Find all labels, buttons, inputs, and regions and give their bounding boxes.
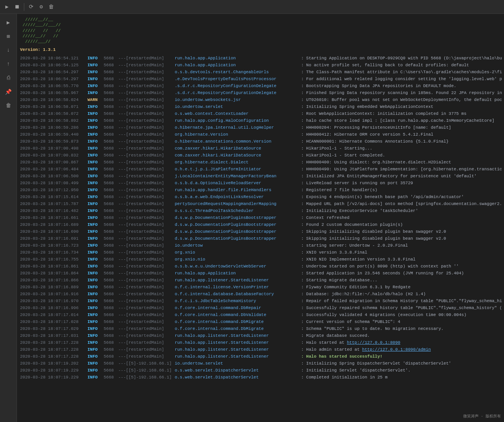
- log-level: INFO: [87, 319, 104, 326]
- log-pid: 5668: [104, 215, 118, 222]
- log-pid: 5668: [104, 173, 118, 180]
- log-sep: ---: [118, 83, 126, 90]
- log-bracket: [: [126, 104, 129, 111]
- log-pid: 5668: [104, 312, 118, 319]
- left-layout-icon[interactable]: ⊞: [3, 31, 14, 42]
- log-class: org.hibernate.Version: [175, 131, 298, 138]
- log-timestamp: 2020-03-28 18:06:55.770: [20, 83, 87, 90]
- log-line: 2020-03-28 18:07:00.867 INFO 5668 --- [ …: [20, 159, 502, 166]
- left-arrow-down-icon[interactable]: ↓: [3, 45, 14, 55]
- log-message: : HHH000412: Hibernate ORM core version …: [301, 131, 502, 138]
- log-sep: ---: [118, 270, 126, 277]
- log-timestamp: 2020-03-28 18:07:15.614: [20, 194, 87, 201]
- console-area[interactable]: /////__//__ /////___//___// ///// // // …: [17, 14, 504, 422]
- log-timestamp: 2020-03-28 18:07:16.691: [20, 235, 87, 242]
- log-timestamp: 2020-03-28 18:07:06.484: [20, 166, 87, 173]
- run-icon[interactable]: ▶: [3, 3, 11, 11]
- log-timestamp: 2020-03-28 18:07:16.889: [20, 284, 87, 291]
- log-line: 2020-03-28 18:07:16.861 INFO 5668 --- [ …: [20, 263, 502, 270]
- log-class: run.halo.app.handler.file.FileHandlers: [175, 187, 298, 194]
- log-level: INFO: [87, 111, 104, 118]
- log-line: 2020-03-28 18:07:16.690 INFO 5668 --- [ …: [20, 229, 502, 235]
- log-thread: restartedMain]: [128, 124, 175, 131]
- log-timestamp: 2020-03-28 18:07:17.028: [20, 319, 87, 326]
- log-class: run.halo.app.config.HaloConfiguration: [175, 118, 298, 124]
- log-line: 2020-03-28 18:07:16.866 INFO 5668 --- [ …: [20, 277, 502, 284]
- log-timestamp: 2020-03-28 18:06:54.121: [20, 55, 87, 62]
- log-link[interactable]: http://127.0.0.1:8090: [347, 340, 400, 345]
- log-class: io.undertow.websockets.jsr: [175, 97, 298, 104]
- version-line: Version: 1.3.1: [20, 47, 502, 52]
- log-line: 2020-03-28 18:07:15.614 INFO 5668 --- [ …: [20, 194, 502, 201]
- log-level: INFO: [87, 208, 104, 215]
- log-pid: 5668: [104, 194, 118, 201]
- log-bracket: [: [126, 263, 129, 270]
- log-class: o.s.s.c.ThreadPoolTaskScheduler: [175, 208, 298, 215]
- log-class: d.s.w.p.DocumentationPluginsBootstrapper: [175, 229, 298, 235]
- log-bracket: [: [126, 270, 129, 277]
- left-pin-icon[interactable]: 📌: [3, 86, 14, 97]
- log-level: INFO: [87, 159, 104, 166]
- log-bracket: [: [126, 118, 129, 124]
- log-level: INFO: [87, 305, 104, 312]
- log-timestamp: 2020-03-28 18:07:16.482: [20, 208, 87, 215]
- log-timestamp: 2020-03-28 18:06:54.297: [20, 69, 87, 76]
- stop-icon[interactable]: ⏹: [13, 3, 21, 11]
- log-pid: 5668: [104, 104, 118, 111]
- log-class: o.h.e.t.j.p.i.JtaPlatformInitiator: [175, 166, 298, 173]
- log-message: : Starting Application on DESKTOP-0929CQ…: [301, 55, 502, 62]
- log-class: .s.d.r.c.RepositoryConfigurationDelegate: [175, 83, 298, 90]
- log-thread: restartedMain]: [128, 326, 175, 333]
- log-bracket: [: [126, 83, 129, 90]
- log-pid: 5668: [104, 145, 118, 152]
- log-thread: restartedMain]: [128, 291, 175, 298]
- log-line: 2020-03-28 18:07:17.014 INFO 5668 --- [ …: [20, 312, 502, 319]
- log-line: 2020-03-28 18:06:55.967 INFO 5668 --- [ …: [20, 90, 502, 97]
- log-thread: restartedMain]: [128, 235, 175, 242]
- log-bracket: [: [126, 111, 129, 118]
- log-thread: restartedMain]: [128, 305, 175, 312]
- log-class: io.undertow.servlet: [175, 104, 298, 111]
- log-line: 2020-03-28 18:07:16.996 INFO 5668 --- [ …: [20, 305, 502, 312]
- settings-icon[interactable]: ⚙: [37, 3, 45, 11]
- log-container: 2020-03-28 18:06:54.121 INFO 5668 --- [ …: [20, 55, 502, 381]
- left-arrow-up-icon[interactable]: ↑: [3, 59, 14, 69]
- log-sep: ---: [118, 222, 126, 229]
- log-pid: 5668: [104, 353, 118, 360]
- left-run-icon[interactable]: ▶: [3, 17, 14, 28]
- clear-icon[interactable]: 🗑: [47, 3, 55, 11]
- log-message: : Exposing 4 endpoint(s) beneath base pa…: [301, 194, 502, 201]
- log-line: 2020-03-28 18:07:16.916 INFO 5668 --- [ …: [20, 291, 502, 298]
- log-timestamp: 2020-03-28 18:07:06.500: [20, 173, 87, 180]
- log-sep: ---: [118, 55, 126, 62]
- log-message: : Initialized JPA EntityManagerFactory f…: [301, 173, 502, 180]
- log-level: INFO: [87, 194, 104, 201]
- log-thread: restartedMain]: [128, 145, 175, 152]
- log-pid: 5668: [104, 118, 118, 124]
- log-message: : Registered 7 file handler(s): [301, 187, 502, 194]
- log-bracket: [: [126, 235, 129, 242]
- log-timestamp: 2020-03-28 18:07:16.996: [20, 305, 87, 312]
- log-timestamp: 2020-03-28 18:06:54.125: [20, 62, 87, 69]
- left-delete-icon[interactable]: 🗑: [3, 100, 14, 111]
- log-thread: restartedMain]: [128, 346, 175, 353]
- log-message: : HikariPool-1 - Start completed.: [301, 152, 502, 159]
- log-thread: restartedMain]: [128, 249, 175, 256]
- log-link[interactable]: http://127.0.0.1:8090/admin: [362, 347, 431, 352]
- log-bracket: [: [126, 62, 129, 69]
- log-level: INFO: [87, 55, 104, 62]
- log-level: INFO: [87, 90, 104, 97]
- left-print-icon[interactable]: ⎙: [3, 72, 14, 83]
- log-class: org.xnio: [175, 249, 298, 256]
- log-thread: restartedMain]: [128, 208, 175, 215]
- log-timestamp: 2020-03-28 18:07:17.031: [20, 333, 87, 340]
- log-pid: 5668: [104, 229, 118, 235]
- log-pid: 5668: [104, 277, 118, 284]
- log-class: .s.d.r.c.RepositoryConfigurationDelegate: [175, 90, 298, 97]
- rerun-icon[interactable]: ⟳: [27, 3, 35, 11]
- log-level: INFO: [87, 201, 104, 208]
- log-bracket: [: [126, 166, 129, 173]
- log-class: o.f.core.internal.command.DbRepair: [175, 305, 298, 312]
- log-line: 2020-03-28 18:07:00.832 INFO 5668 --- [ …: [20, 152, 502, 159]
- log-thread: restartedMain]: [128, 97, 175, 104]
